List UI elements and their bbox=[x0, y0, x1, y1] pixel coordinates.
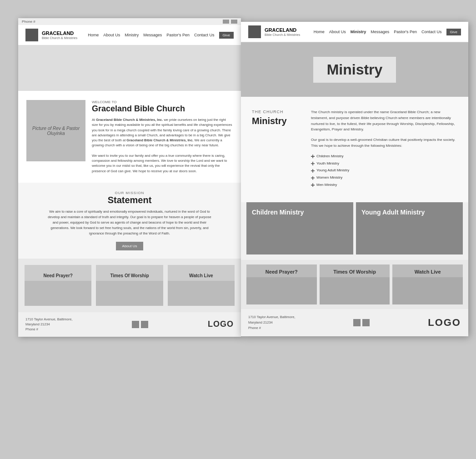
left-welcome: Picture of Rev & Pastor Oluyinka WELCOME… bbox=[18, 91, 241, 183]
left-hero bbox=[18, 45, 241, 91]
left-cards-row: Need Prayer? Times Of Worship Watch Live bbox=[18, 259, 241, 312]
right-nav-contact[interactable]: Contact Us bbox=[421, 30, 442, 34]
rm-ministry-left: THE CHURCH Ministry bbox=[252, 110, 311, 190]
list-item-men: Men Ministry bbox=[311, 182, 457, 188]
rm-bottom-card-watch-label: Watch Live bbox=[392, 264, 463, 277]
rm-ministry-prelabel: THE CHURCH bbox=[252, 110, 311, 114]
pastor-image: Picture of Rev & Pastor Oluyinka bbox=[26, 100, 85, 161]
right-hero-title: Ministry bbox=[313, 57, 396, 83]
rm-ministry-list: Children Ministry Youth Ministry Young A… bbox=[311, 154, 457, 188]
rm-ministry-title: Ministry bbox=[252, 116, 311, 126]
rm-ministry-intro: The Church ministry is operated under th… bbox=[311, 110, 457, 133]
rm-bottom-card-worship-label: Times Of Worship bbox=[320, 264, 390, 277]
left-logo-box bbox=[25, 29, 38, 41]
rm-card-young-adult-label: Young Adult Ministry bbox=[361, 209, 425, 216]
rm-card-children[interactable]: Children Ministry bbox=[246, 202, 353, 254]
right-nav-pastor[interactable]: Pastor's Pen bbox=[394, 30, 417, 34]
right-nav-ministry[interactable]: Ministry bbox=[351, 30, 366, 34]
rm-ministry-cards: Children Ministry Young Adult Ministry bbox=[241, 202, 468, 260]
phone-bar: Phone # bbox=[18, 18, 241, 25]
right-mockup: GRACELAND Bible Church & Ministries Home… bbox=[241, 22, 468, 336]
right-nav-home[interactable]: Home bbox=[314, 30, 325, 34]
welcome-text: WELCOME TO Graceland Bible Church At Gra… bbox=[92, 100, 233, 174]
rm-ministry-right: The Church ministry is operated under th… bbox=[311, 110, 457, 190]
list-item-children: Children Ministry bbox=[311, 154, 457, 160]
rm-bottom-card-worship[interactable]: Times Of Worship bbox=[320, 264, 390, 304]
left-logo-name: GRACELAND bbox=[42, 30, 77, 36]
rm-footer-social-icon-1 bbox=[353, 319, 361, 326]
list-item-youth: Youth Ministry bbox=[311, 161, 457, 167]
right-hero: Ministry bbox=[241, 42, 468, 97]
rm-footer-social-icons bbox=[353, 319, 370, 326]
welcome-body: At Graceland Bible Church & Ministries, … bbox=[92, 117, 233, 174]
cross-icon-3 bbox=[311, 169, 315, 173]
phone-icon-1 bbox=[223, 20, 229, 24]
card-times-worship-img bbox=[96, 281, 163, 306]
phone-bar-icons bbox=[223, 20, 237, 24]
phone-label: Phone # bbox=[22, 20, 35, 24]
welcome-title: Graceland Bible Church bbox=[92, 104, 233, 114]
left-logo-text-wrap: GRACELAND Bible Church & Ministries bbox=[42, 30, 77, 40]
left-nav-messages[interactable]: Messages bbox=[143, 33, 162, 37]
footer-social-icons bbox=[132, 321, 148, 328]
right-nav-links: Home About Us Ministry Messages Pastor's… bbox=[314, 29, 461, 35]
right-logo-sub: Bible Church & Ministries bbox=[265, 33, 300, 36]
cross-icon-2 bbox=[311, 162, 315, 165]
left-nav-logo: GRACELAND Bible Church & Ministries bbox=[25, 29, 77, 41]
left-nav-ministry[interactable]: Ministry bbox=[125, 33, 139, 37]
cross-icon-5 bbox=[311, 183, 315, 187]
footer-social-icon-2 bbox=[141, 321, 148, 328]
left-give-button[interactable]: Give bbox=[219, 32, 234, 39]
left-nav-pastor[interactable]: Pastor's Pen bbox=[166, 33, 190, 37]
list-item-young-adult: Young Adult Ministry bbox=[311, 168, 457, 174]
left-mission: OUR MISSION Statement We aim to raise a … bbox=[18, 183, 241, 259]
rm-footer-logo: LOGO bbox=[428, 317, 461, 329]
footer-address: 1710 Taylor Avenue, Baltimore,Maryland 2… bbox=[25, 317, 73, 332]
right-give-button[interactable]: Give bbox=[446, 29, 461, 35]
card-need-prayer-img bbox=[25, 281, 91, 306]
about-us-button[interactable]: About Us bbox=[116, 242, 144, 250]
phone-icon-2 bbox=[231, 20, 237, 24]
rm-bottom-card-watch[interactable]: Watch Live bbox=[392, 264, 463, 304]
mission-title: Statement bbox=[26, 195, 233, 205]
cross-icon-4 bbox=[311, 176, 315, 180]
mission-prelabel: OUR MISSION bbox=[26, 191, 233, 195]
footer-social-icon-1 bbox=[132, 321, 139, 328]
right-nav-about[interactable]: About Us bbox=[329, 30, 346, 34]
left-nav-links: Home About Us Ministry Messages Pastor's… bbox=[88, 32, 234, 39]
card-need-prayer[interactable]: Need Prayer? bbox=[25, 265, 91, 306]
card-times-worship[interactable]: Times Of Worship bbox=[96, 265, 163, 306]
card-watch-live-label: Watch Live bbox=[187, 269, 215, 281]
mission-body: We aim to raise a core of spiritually an… bbox=[45, 209, 214, 236]
right-logo-text-wrap: GRACELAND Bible Church & Ministries bbox=[265, 27, 300, 36]
rm-bottom-card-worship-img bbox=[320, 277, 390, 304]
rm-bottom-cards: Need Prayer? Times Of Worship Watch Live bbox=[241, 260, 468, 309]
rm-card-young-adult[interactable]: Young Adult Ministry bbox=[356, 202, 463, 254]
right-nav: GRACELAND Bible Church & Ministries Home… bbox=[241, 22, 468, 42]
rm-ministry-goal: Our goal is to develop a well-groomed Ch… bbox=[311, 137, 457, 149]
card-watch-live[interactable]: Watch Live bbox=[168, 265, 235, 306]
rm-card-children-label: Children Ministry bbox=[252, 209, 304, 216]
left-footer: 1710 Taylor Avenue, Baltimore,Maryland 2… bbox=[18, 312, 241, 337]
right-footer: 1710 Taylor Avenue, Baltimore,Maryland 2… bbox=[241, 309, 468, 336]
footer-logo: LOGO bbox=[208, 319, 234, 329]
left-nav-contact[interactable]: Contact Us bbox=[194, 33, 215, 37]
left-logo-sub: Bible Church & Ministries bbox=[42, 36, 77, 40]
rm-bottom-card-prayer-img bbox=[246, 277, 317, 304]
right-nav-logo: GRACELAND Bible Church & Ministries bbox=[248, 25, 300, 38]
right-logo-name: GRACELAND bbox=[265, 27, 300, 33]
left-nav-about[interactable]: About Us bbox=[103, 33, 120, 37]
left-nav-home[interactable]: Home bbox=[88, 33, 99, 37]
rm-bottom-card-prayer[interactable]: Need Prayer? bbox=[246, 264, 317, 304]
rm-bottom-card-watch-img bbox=[392, 277, 463, 304]
cross-icon-1 bbox=[311, 155, 315, 158]
left-mockup: Phone # GRACELAND Bible Church & Ministr… bbox=[18, 18, 241, 337]
card-times-worship-label: Times Of Worship bbox=[108, 269, 150, 281]
right-logo-box bbox=[248, 25, 261, 38]
card-watch-live-img bbox=[168, 281, 235, 306]
rm-footer-address: 1710 Taylor Avenue, Baltimore,Maryland 2… bbox=[248, 314, 296, 331]
right-ministry-section: THE CHURCH Ministry The Church ministry … bbox=[241, 97, 468, 202]
right-nav-messages[interactable]: Messages bbox=[371, 30, 389, 34]
rm-bottom-card-prayer-label: Need Prayer? bbox=[246, 264, 317, 277]
welcome-prelabel: WELCOME TO bbox=[92, 100, 233, 104]
